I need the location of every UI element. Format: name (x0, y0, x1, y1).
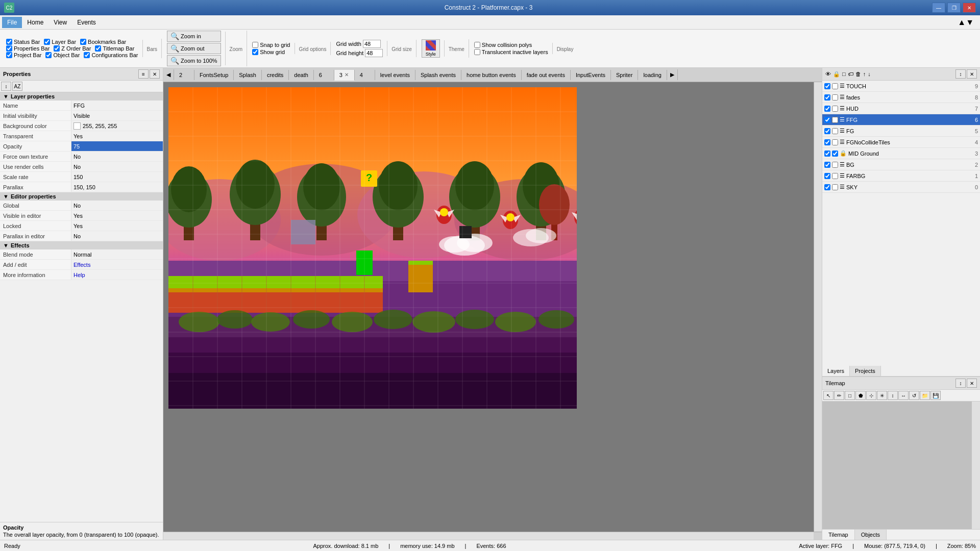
tab-home-button-events[interactable]: home button events (461, 70, 522, 80)
layer-row-sky[interactable]: ☰ SKY 0 (822, 182, 980, 193)
tab-inputevents[interactable]: InputEvents (571, 70, 611, 80)
tab-3-close[interactable]: ✕ (345, 72, 349, 78)
tilemap-select-btn[interactable]: ↖ (823, 391, 834, 400)
layer-row-touch[interactable]: ☰ TOUCH 9 (822, 81, 980, 92)
toolbar-zoom-section: 🔍 Zoom in 🔍 Zoom out 🔍 Zoom to 100% Zoom (163, 31, 247, 66)
z-order-bar-cb[interactable]: Z Order Bar (54, 45, 91, 52)
snap-to-grid-cb[interactable]: Snap to grid (252, 42, 290, 48)
tab-splash[interactable]: Splash (234, 70, 262, 80)
object-bar-cb[interactable]: Object Bar (45, 52, 80, 58)
props-tool1[interactable]: ↕ (1, 82, 11, 91)
bookmarks-bar-cb[interactable]: Bookmarks Bar (80, 39, 126, 45)
tilemap-close-btn[interactable]: ✕ (967, 379, 977, 388)
layers-close-btn[interactable]: ✕ (967, 69, 977, 79)
grid-width-input[interactable] (363, 40, 381, 48)
effects-section[interactable]: ▼ Effects (0, 241, 163, 249)
tilemap-fill-btn[interactable]: ⬟ (855, 391, 866, 400)
tab-3[interactable]: 3 ✕ (334, 70, 355, 81)
layer-row-fgnocollide[interactable]: ☰ FGNoCollideTiles 4 (822, 137, 980, 148)
layers-down-icon[interactable]: ↓ (868, 71, 871, 77)
tilemap-tab-tilemap[interactable]: Tilemap (822, 530, 855, 540)
grid-height-input[interactable] (365, 49, 383, 57)
close-button[interactable]: ✕ (963, 3, 976, 13)
layer-row-fg[interactable]: ☰ FG 5 (822, 126, 980, 137)
layers-tab-layers[interactable]: Layers (822, 366, 850, 376)
tilemap-vscroll[interactable] (972, 402, 980, 529)
layer-row-bg[interactable]: ☰ BG 2 (822, 159, 980, 170)
translucent-inactive-cb[interactable]: Translucent inactive layers (474, 49, 548, 55)
tilemap-expand-btn[interactable]: ↕ (955, 379, 966, 388)
window-controls[interactable]: — ❐ ✕ (932, 3, 976, 13)
layer-row-midground[interactable]: 🔒 MID Ground 3 (822, 148, 980, 159)
minimize-button[interactable]: — (932, 3, 945, 13)
canvas-vertical-scrollbar[interactable] (814, 82, 822, 532)
titlemap-bar-cb[interactable]: Titlemap Bar (95, 45, 134, 52)
tilemap-rect-btn[interactable]: □ (845, 391, 855, 400)
canvas-horizontal-scrollbar[interactable] (163, 532, 814, 540)
tilemap-tool2-btn[interactable]: ↔ (898, 391, 909, 400)
tab-2[interactable]: 2 (174, 70, 194, 80)
svg-point-10 (236, 160, 275, 209)
tilemap-tool1-btn[interactable]: ↕ (888, 391, 898, 400)
tilemap-redo-btn[interactable]: ↺ (909, 391, 919, 400)
svg-text:?: ? (366, 172, 372, 183)
tab-scroll-left[interactable]: ◀ (163, 69, 174, 80)
menu-view[interactable]: View (48, 17, 72, 28)
tab-splash-events[interactable]: Splash events (415, 70, 461, 80)
layer-row-fades[interactable]: ☰ fades 8 (822, 92, 980, 103)
layers-expand-btn[interactable]: ↕ (955, 69, 966, 79)
properties-panel-header: Properties ≡ ✕ (0, 68, 163, 81)
tab-credits[interactable]: credits (262, 70, 289, 80)
layer-bar-cb[interactable]: Layer Bar (44, 39, 76, 45)
tilemap-folder-btn[interactable]: 📁 (920, 391, 930, 400)
tab-fade-out-events[interactable]: fade out events (522, 70, 571, 80)
scroll-up-btn[interactable]: ▲ (958, 18, 966, 27)
props-tool2[interactable]: AZ (12, 82, 22, 91)
editor-props-section[interactable]: ▼ Editor properties (0, 192, 163, 201)
tilemap-star-btn[interactable]: ✳ (877, 391, 887, 400)
zoom-out-button[interactable]: 🔍 Zoom out (167, 43, 221, 54)
show-collision-cb[interactable]: Show collision polys (474, 42, 548, 48)
show-grid-cb[interactable]: Show grid (252, 49, 290, 55)
canvas-viewport[interactable]: ? (163, 82, 814, 532)
props-close-btn[interactable]: ✕ (150, 69, 160, 79)
opacity-value[interactable]: 75 (71, 141, 163, 151)
layer-row-hud[interactable]: ☰ HUD 7 (822, 103, 980, 114)
svg-point-72 (179, 312, 219, 332)
layers-tab-projects[interactable]: Projects (850, 366, 881, 376)
tab-level-events[interactable]: level events (375, 70, 415, 80)
tab-6[interactable]: 6 (314, 70, 334, 80)
zoom-in-button[interactable]: 🔍 Zoom in (167, 31, 221, 42)
menu-file[interactable]: File (2, 17, 22, 28)
project-bar-cb[interactable]: Project Bar (6, 52, 41, 58)
tilemap-pencil-btn[interactable]: ✏ (834, 391, 844, 400)
tab-fontssetup[interactable]: FontsSetup (194, 70, 234, 80)
style-button[interactable]: Style (422, 39, 440, 58)
tilemap-tab-objects[interactable]: Objects (855, 530, 887, 540)
maximize-button[interactable]: ❐ (947, 3, 961, 13)
properties-bar-cb[interactable]: Properties Bar (6, 45, 50, 52)
menu-home[interactable]: Home (22, 17, 48, 28)
tab-loading[interactable]: loading (638, 70, 667, 80)
layer-props-section[interactable]: ▼ Layer properties (0, 92, 163, 101)
layer-row-ffg[interactable]: ☰ FFG 6 (822, 114, 980, 126)
tilemap-select2-btn[interactable]: ⊹ (866, 391, 876, 400)
help-link[interactable]: Help (71, 270, 163, 280)
status-bar-cb[interactable]: Status Bar (6, 39, 40, 45)
props-sort-btn[interactable]: ≡ (138, 69, 149, 79)
configurations-bar-cb[interactable]: Configurations Bar (84, 52, 138, 58)
layer-row-farbg[interactable]: ☰ FARBG 1 (822, 170, 980, 182)
zoom-100-button[interactable]: 🔍 Zoom to 100% (167, 55, 221, 66)
tab-scroll-right[interactable]: ▶ (667, 69, 678, 80)
menu-events[interactable]: Events (72, 17, 101, 28)
tab-4[interactable]: 4 (355, 70, 375, 80)
tab-spriter[interactable]: Spriter (611, 70, 638, 80)
tab-death[interactable]: death (289, 70, 314, 80)
prop-row-parallax-editor: Parallax in editor No (0, 231, 163, 241)
layers-trash-icon[interactable]: 🗑 (855, 71, 861, 77)
layers-up-icon[interactable]: ↑ (863, 71, 866, 77)
effects-link[interactable]: Effects (71, 260, 163, 269)
tilemap-save-btn[interactable]: 💾 (930, 391, 941, 400)
bgcolor-swatch[interactable] (74, 122, 81, 130)
scroll-down-btn[interactable]: ▼ (966, 18, 974, 27)
